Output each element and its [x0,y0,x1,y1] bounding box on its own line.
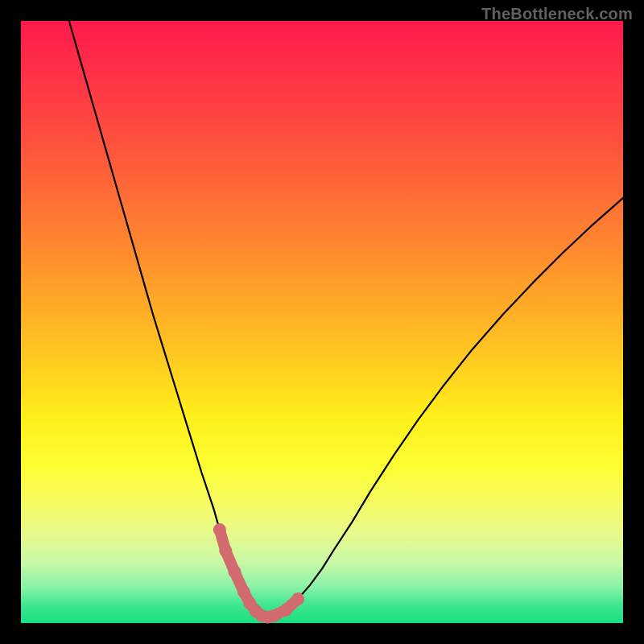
plot-area [21,21,623,623]
series-bottleneck-curve [69,21,623,617]
highlight-dot [229,565,242,578]
bottleneck-curve-path [69,21,623,617]
watermark-text: TheBottleneck.com [481,5,633,23]
highlight-dot [219,544,232,557]
highlight-dot [267,609,280,622]
highlight-dot [291,592,304,605]
highlight-dot [237,585,250,598]
chart-stage: TheBottleneck.com [0,0,644,644]
series-highlight-minimum [213,523,304,623]
highlight-dot [279,604,292,617]
chart-svg [21,21,623,623]
highlight-dot [213,523,226,536]
